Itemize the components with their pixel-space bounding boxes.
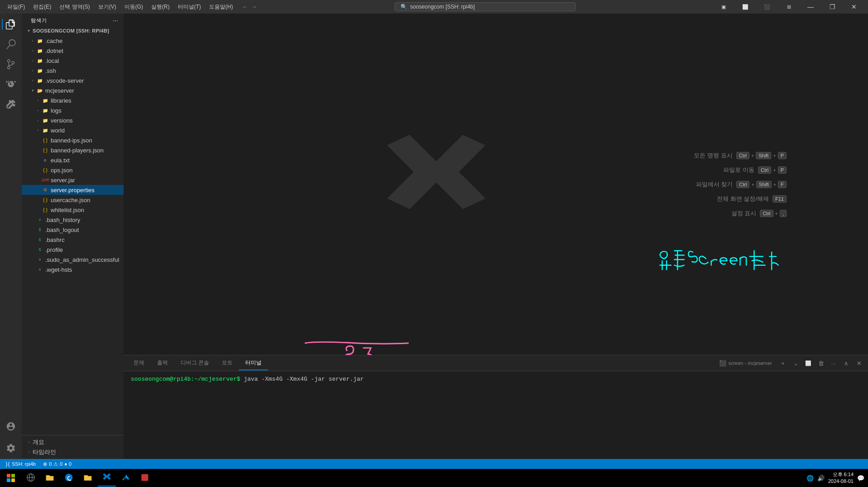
terminal-dropdown-button[interactable]: ⌄ <box>790 358 801 369</box>
key-p: P <box>778 166 787 174</box>
sidebar-section-label: 개요 <box>33 438 44 446</box>
sidebar-item-eula[interactable]: › ≡ eula.txt <box>22 155 124 165</box>
close-button[interactable]: ✕ <box>844 0 864 14</box>
panel-actions: ⬛ screen - mcjeserver + ⌄ ⬜ 🗑 ··· ∧ ✕ <box>719 358 864 369</box>
nav-forward-button[interactable]: → <box>251 3 258 10</box>
start-button[interactable] <box>4 471 18 485</box>
activity-search[interactable] <box>2 35 20 53</box>
layout-icon-2[interactable]: ⬜ <box>735 0 756 14</box>
sidebar-item-label: .ssh <box>45 67 56 74</box>
menu-run[interactable]: 실행(R) <box>148 2 173 12</box>
sidebar-item-bashrc[interactable]: › $ .bashrc <box>22 235 124 245</box>
sidebar-item-profile[interactable]: › $ .profile <box>22 245 124 255</box>
menu-terminal[interactable]: 터미널(T) <box>174 2 205 12</box>
status-remote[interactable]: ⟩⟨ SSH: rpi4b <box>4 461 38 468</box>
tab-debug-console[interactable]: 디버그 콘솔 <box>174 356 215 370</box>
editor-area: 모든 명령 표시 Ctrl + Shift + P 파일로 이동 Ctrl + … <box>124 14 868 355</box>
bash-file-icon: $ <box>36 246 43 253</box>
sidebar-item-bash-logout[interactable]: › $ .bash_logout <box>22 225 124 235</box>
terminal-content[interactable]: sooseongcom@rpi4b:~/mcjeserver$ java -Xm… <box>124 371 868 459</box>
tab-output[interactable]: 출력 <box>151 356 174 370</box>
tray-notification-icon[interactable]: 💬 <box>857 475 864 482</box>
sidebar-item-world[interactable]: › 📁 world <box>22 125 124 135</box>
tab-problems[interactable]: 문제 <box>127 356 151 370</box>
taskbar-app-files[interactable] <box>41 469 59 487</box>
close-panel-button[interactable]: ✕ <box>854 358 864 369</box>
taskbar-app-folder[interactable] <box>79 469 97 487</box>
sidebar-item-banned-players[interactable]: › { } banned-players.json <box>22 145 124 155</box>
sidebar-root-folder[interactable]: ▾ SOOSEONGCOM [SSH: RPI4B] <box>22 26 124 36</box>
sidebar-item-logs[interactable]: › 📁 logs <box>22 105 124 115</box>
sidebar-item-label: .bash_logout <box>45 227 79 233</box>
sidebar-item-local[interactable]: › 📁 .local <box>22 56 124 66</box>
sidebar-more-button[interactable]: ··· <box>113 18 118 24</box>
status-errors[interactable]: ⊗ 0 ⚠ 0 ♦ 0 <box>41 461 73 467</box>
folder-icon: 📁 <box>36 37 43 44</box>
sidebar-item-dotnet[interactable]: › 📁 .dotnet <box>22 46 124 56</box>
sidebar-item-server-properties[interactable]: › ⚙ server.properties <box>22 185 124 195</box>
shortcut-keys: Ctrl + P <box>758 166 787 174</box>
split-terminal-button[interactable]: ⬜ <box>803 358 814 369</box>
taskbar-app-azure[interactable] <box>117 469 135 487</box>
taskbar-app-edge[interactable] <box>60 469 78 487</box>
sidebar-item-usercache[interactable]: › { } usercache.json <box>22 195 124 205</box>
sidebar-item-label: ops.json <box>51 167 72 174</box>
menu-edit[interactable]: 편집(E) <box>29 2 55 12</box>
json-file-icon: { } <box>42 147 49 154</box>
minimize-button[interactable]: — <box>800 0 821 14</box>
menu-help[interactable]: 도움말(H) <box>205 2 237 12</box>
search-bar[interactable]: 🔍 sooseongcom [SSH: rpi4b] <box>395 2 576 11</box>
info-icon: ♦ <box>64 461 67 467</box>
chevron-right-icon: › <box>25 439 33 446</box>
info-count: 0 <box>69 461 72 467</box>
chevron-right-icon: › <box>29 37 36 44</box>
maximize-panel-button[interactable]: ∧ <box>841 358 852 369</box>
sidebar-item-label: .bashrc <box>45 236 65 243</box>
sidebar-item-bash-history[interactable]: › ≡ .bash_history <box>22 215 124 225</box>
menu-selection[interactable]: 선택 영역(S) <box>56 2 93 12</box>
activity-extensions[interactable] <box>2 95 20 113</box>
json-file-icon: { } <box>42 137 49 144</box>
kill-terminal-button[interactable]: 🗑 <box>816 358 826 369</box>
sidebar-section-timeline[interactable]: › 타임라인 <box>22 447 124 457</box>
tab-ports[interactable]: 포트 <box>215 356 239 370</box>
sidebar-item-sudo[interactable]: › ≡ .sudo_as_admin_successful <box>22 255 124 265</box>
maximize-button[interactable]: ❐ <box>822 0 843 14</box>
taskbar-app-other[interactable] <box>136 469 154 487</box>
folder-icon: 📁 <box>36 57 43 64</box>
sidebar-item-versions[interactable]: › 📁 versions <box>22 115 124 125</box>
sidebar-section-overview[interactable]: › 개요 <box>22 437 124 447</box>
taskbar-app-vscode[interactable] <box>98 469 116 487</box>
activity-run-debug[interactable] <box>2 75 20 93</box>
taskbar-tray: 🌐 🔊 오후 6:14 2024-08-01 💬 <box>806 471 864 485</box>
tab-terminal[interactable]: 터미널 <box>239 356 268 370</box>
sidebar-item-mcjeserver[interactable]: ▾ 📂 mcjeserver <box>22 85 124 95</box>
activity-explorer[interactable] <box>2 15 20 33</box>
menu-go[interactable]: 이동(G) <box>121 2 147 12</box>
sidebar-item-ops[interactable]: › { } ops.json <box>22 165 124 175</box>
sidebar-item-cache[interactable]: › 📁 .cache <box>22 36 124 46</box>
activity-account[interactable] <box>2 417 20 435</box>
bash-file-icon: $ <box>36 226 43 233</box>
terminal-more-button[interactable]: ··· <box>828 358 839 369</box>
taskbar-clock[interactable]: 오후 6:14 2024-08-01 <box>828 471 854 485</box>
sidebar-item-vscode-server[interactable]: › 📁 .vscode-server <box>22 76 124 85</box>
sidebar-item-wget-hsts[interactable]: › ≡ .wget-hsts <box>22 265 124 274</box>
sidebar-item-ssh[interactable]: › 📁 .ssh <box>22 66 124 76</box>
chevron-right-icon: › <box>34 97 42 104</box>
shortcut-keys: Ctrl + , <box>760 210 787 217</box>
layout-icon[interactable]: ▣ <box>713 0 734 14</box>
sidebar-item-server-jar[interactable]: › JAR server.jar <box>22 175 124 185</box>
nav-back-button[interactable]: ← <box>242 3 248 10</box>
activity-settings[interactable] <box>2 439 20 457</box>
sidebar-item-banned-ips[interactable]: › { } banned-ips.json <box>22 135 124 145</box>
menu-view[interactable]: 보기(V) <box>95 2 120 12</box>
new-terminal-button[interactable]: + <box>777 358 788 369</box>
sidebar-item-whitelist[interactable]: › { } whitelist.json <box>22 205 124 215</box>
menu-file[interactable]: 파일(F) <box>4 2 29 12</box>
taskbar-app-browser[interactable] <box>22 469 40 487</box>
split-icon[interactable]: ⬛ <box>757 0 777 14</box>
sidebar-item-libraries[interactable]: › 📁 libraries <box>22 95 124 105</box>
activity-source-control[interactable] <box>2 55 20 73</box>
grid-icon[interactable]: ⊞ <box>778 0 799 14</box>
